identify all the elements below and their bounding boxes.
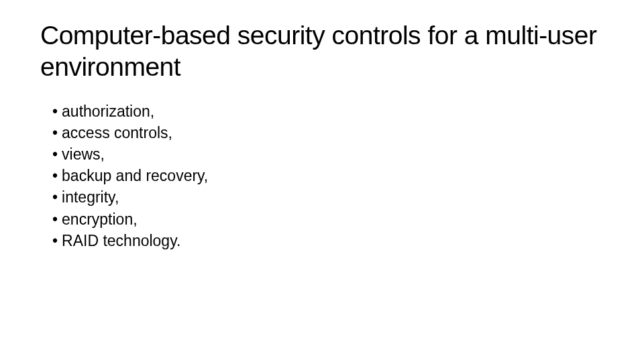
list-item: • RAID technology. [52, 230, 604, 251]
list-item-label: encryption, [62, 208, 138, 230]
bullet-icon: • [52, 186, 58, 208]
list-item-label: integrity, [62, 186, 119, 208]
list-item: • integrity, [52, 186, 604, 208]
list-item: • backup and recovery, [52, 165, 604, 186]
slide-title: Computer-based security controls for a m… [40, 20, 604, 83]
bullet-icon: • [52, 208, 58, 230]
list-item: • access controls, [52, 122, 604, 143]
bullet-icon: • [52, 230, 58, 251]
list-item-label: access controls, [62, 122, 172, 143]
bullet-icon: • [52, 143, 58, 165]
bullet-list: • authorization, • access controls, • vi… [40, 101, 604, 251]
bullet-icon: • [52, 165, 58, 186]
list-item-label: RAID technology. [62, 230, 180, 251]
list-item-label: views, [62, 143, 105, 165]
list-item: • views, [52, 143, 604, 165]
list-item: • authorization, [52, 101, 604, 122]
list-item: • encryption, [52, 208, 604, 230]
bullet-icon: • [52, 122, 58, 143]
list-item-label: backup and recovery, [62, 165, 208, 186]
bullet-icon: • [52, 101, 58, 122]
list-item-label: authorization, [62, 101, 154, 122]
